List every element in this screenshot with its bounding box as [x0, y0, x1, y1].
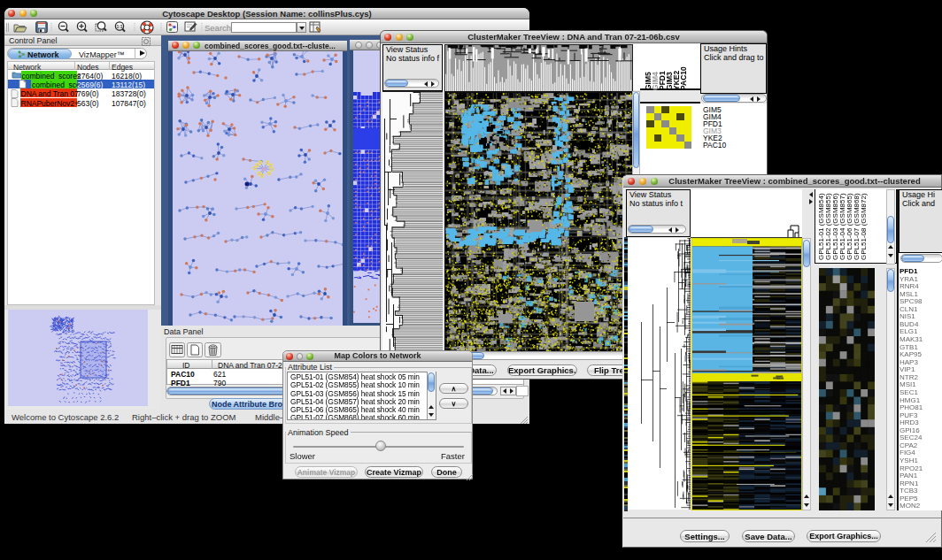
svg-text:1:1: 1:1 [116, 24, 122, 29]
